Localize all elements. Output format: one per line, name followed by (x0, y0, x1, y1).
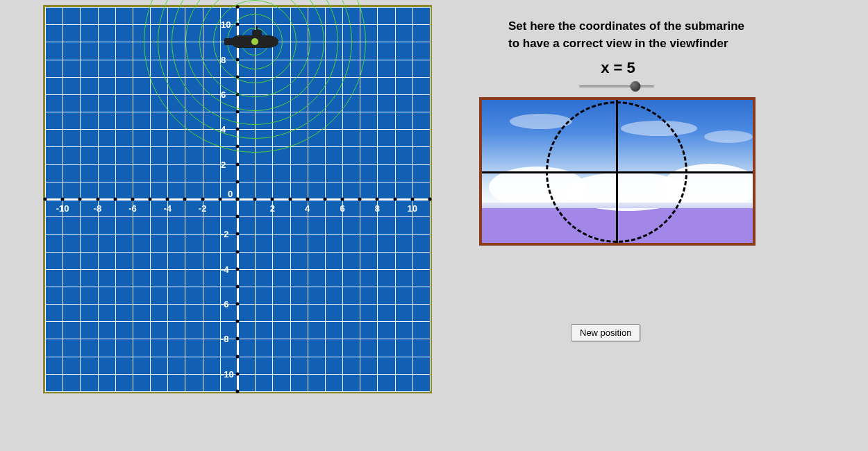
x-value-label: x = 5 (479, 59, 757, 77)
x-tick-label: 6 (340, 203, 344, 214)
x-tick-label: 8 (375, 203, 380, 214)
x-tick-label: 4 (305, 203, 310, 214)
cloud (704, 130, 753, 143)
y-tick-label: -10 (221, 368, 234, 379)
submarine-icon[interactable] (231, 35, 278, 48)
x-tick-label: 2 (270, 203, 275, 214)
y-tick-label: -6 (221, 299, 229, 309)
instructions-line-2: to have a correct view in the viewfinder (508, 37, 728, 50)
coordinate-grid: -10-8-6-4-22468100108642-2-4-6-8-10 (43, 5, 432, 393)
y-tick-label: -2 (221, 229, 229, 239)
y-tick-label: -4 (221, 264, 229, 274)
sonar-ring (144, 0, 366, 153)
x-slider[interactable] (579, 83, 654, 90)
x-tick-label: -6 (128, 203, 137, 214)
x-tick-label: -10 (56, 203, 69, 214)
viewfinder (479, 97, 756, 246)
origin-label: 0 (228, 189, 233, 199)
x-tick-label: -4 (163, 203, 172, 214)
instructions-text: Set here the coordinates of the submarin… (508, 18, 786, 52)
x-tick-label: -2 (199, 203, 207, 214)
instructions-line-1: Set here the coordinates of the submarin… (508, 19, 744, 33)
slider-thumb[interactable] (631, 81, 641, 92)
x-tick-label: 10 (408, 203, 417, 214)
x-tick-label: -8 (94, 203, 102, 214)
slider-track (579, 85, 654, 88)
new-position-button[interactable]: New position (571, 324, 640, 341)
crosshair-circle (546, 101, 687, 243)
y-tick-label: 2 (221, 159, 226, 169)
y-tick-label: -8 (221, 334, 229, 344)
